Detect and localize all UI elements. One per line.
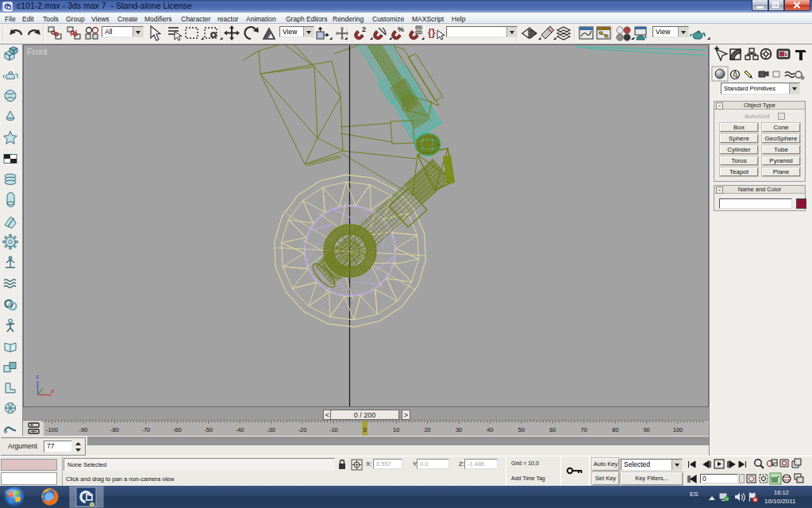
svg-text:10: 10	[393, 426, 399, 433]
svg-text:%: %	[398, 25, 404, 33]
svg-text:90: 90	[643, 426, 649, 433]
svg-text:30: 30	[456, 426, 462, 433]
svg-text:-40: -40	[236, 426, 244, 433]
svg-text:-90: -90	[79, 426, 88, 433]
svg-text:-10: -10	[329, 426, 338, 433]
svg-text:2: 2	[362, 25, 366, 33]
svg-text:-70: -70	[141, 426, 150, 433]
svg-text:-80: -80	[110, 426, 119, 433]
svg-text:0: 0	[364, 426, 367, 433]
svg-text:80: 80	[612, 426, 618, 433]
svg-text:100: 100	[673, 426, 683, 433]
svg-text:70: 70	[581, 426, 587, 433]
svg-text:-20: -20	[298, 426, 307, 433]
svg-text:-60: -60	[173, 426, 182, 433]
svg-text:-100: -100	[46, 426, 58, 433]
svg-text:z: z	[36, 373, 39, 380]
svg-text:40: 40	[487, 426, 493, 433]
svg-text:-30: -30	[267, 426, 275, 433]
svg-text:60: 60	[549, 426, 556, 433]
svg-text:{}: {}	[428, 27, 436, 38]
svg-text:50: 50	[518, 426, 525, 433]
svg-text:20: 20	[424, 426, 430, 433]
svg-text:x: x	[51, 387, 55, 394]
svg-text:-50: -50	[204, 426, 213, 433]
